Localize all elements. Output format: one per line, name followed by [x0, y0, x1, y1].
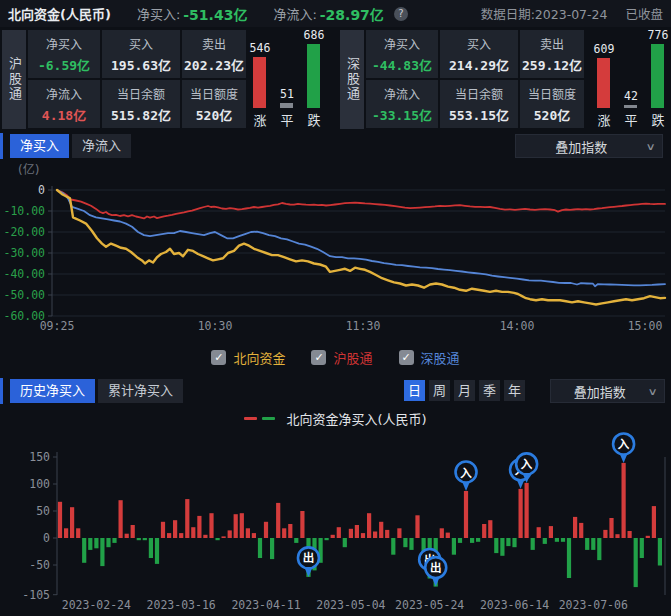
daily-bar[interactable] — [282, 528, 286, 538]
daily-bar[interactable] — [125, 534, 129, 538]
daily-bar[interactable] — [488, 520, 492, 538]
daily-bar[interactable] — [652, 506, 656, 538]
daily-bar[interactable] — [500, 538, 504, 556]
daily-bar[interactable] — [94, 538, 98, 548]
buy-pin-marker[interactable]: 入 — [456, 462, 477, 492]
daily-bar[interactable] — [137, 538, 141, 540]
daily-bar[interactable] — [458, 538, 462, 543]
daily-bar[interactable] — [519, 489, 523, 538]
daily-bar[interactable] — [343, 538, 347, 547]
period-month-button[interactable]: 月 — [454, 380, 475, 401]
period-quarter-button[interactable]: 季 — [479, 380, 500, 401]
daily-bar[interactable] — [403, 538, 407, 547]
daily-bar[interactable] — [325, 538, 329, 540]
daily-bar[interactable] — [506, 538, 510, 546]
daily-bar[interactable] — [476, 538, 480, 542]
sz-connect-tab[interactable]: 深股通 — [340, 30, 364, 129]
daily-bar[interactable] — [264, 522, 268, 538]
daily-bar[interactable] — [537, 527, 541, 538]
legend-sh-connect[interactable]: ✓ 沪股通 — [311, 348, 372, 367]
daily-bar[interactable] — [549, 526, 553, 538]
daily-bar[interactable] — [167, 533, 171, 538]
daily-bar[interactable] — [622, 463, 626, 538]
daily-bar[interactable] — [470, 538, 474, 543]
daily-bar[interactable] — [216, 538, 220, 540]
daily-bar[interactable] — [246, 528, 250, 538]
sell-pin-marker[interactable]: 出 — [298, 547, 319, 577]
daily-bar[interactable] — [615, 534, 619, 538]
daily-bar[interactable] — [440, 528, 444, 538]
daily-bar[interactable] — [222, 536, 226, 538]
checkbox-checked-icon[interactable]: ✓ — [211, 350, 226, 365]
tab-net-buy[interactable]: 净买入 — [10, 134, 69, 158]
period-year-button[interactable]: 年 — [504, 380, 525, 401]
daily-bar[interactable] — [106, 538, 110, 547]
daily-bar[interactable] — [173, 520, 177, 538]
series-深股通[interactable] — [57, 190, 665, 286]
daily-bar[interactable] — [658, 538, 662, 566]
daily-bar[interactable] — [452, 538, 456, 555]
daily-bar[interactable] — [409, 538, 413, 550]
daily-bar[interactable] — [203, 535, 207, 538]
daily-bar[interactable] — [640, 538, 644, 558]
period-week-button[interactable]: 周 — [429, 380, 450, 401]
period-day-button[interactable]: 日 — [404, 380, 425, 401]
legend-sz-connect[interactable]: ✓ 深股通 — [399, 348, 460, 367]
daily-bar[interactable] — [143, 538, 147, 540]
daily-bar[interactable] — [64, 528, 68, 538]
daily-bar[interactable] — [288, 524, 292, 538]
tab-net-inflow[interactable]: 净流入 — [72, 134, 131, 158]
daily-bar[interactable] — [482, 524, 486, 538]
daily-bar[interactable] — [512, 538, 516, 547]
daily-bar[interactable] — [197, 516, 201, 538]
daily-bar[interactable] — [258, 538, 262, 558]
sh-connect-tab[interactable]: 沪股通 — [2, 30, 26, 129]
series-沪股通[interactable] — [57, 190, 665, 218]
daily-bar[interactable] — [276, 503, 280, 538]
daily-bar[interactable] — [234, 514, 238, 538]
daily-bar[interactable] — [349, 529, 353, 538]
daily-bar[interactable] — [646, 536, 650, 538]
daily-bar[interactable] — [573, 517, 577, 538]
daily-bar[interactable] — [179, 533, 183, 538]
daily-bar[interactable] — [331, 535, 335, 538]
daily-bar[interactable] — [300, 511, 304, 538]
daily-bar[interactable] — [240, 513, 244, 538]
daily-bar[interactable] — [131, 525, 135, 538]
daily-bar[interactable] — [161, 522, 165, 538]
checkbox-checked-icon[interactable]: ✓ — [399, 350, 414, 365]
intraday-line-chart[interactable]: 0-10.00-20.00-30.00-40.00-50.00-60.0009:… — [0, 178, 671, 340]
overlay-index-dropdown[interactable]: 叠加指数 ∨ — [515, 134, 663, 158]
daily-bar[interactable] — [337, 527, 341, 538]
daily-bar[interactable] — [88, 538, 92, 550]
daily-bar[interactable] — [252, 533, 256, 538]
daily-bar[interactable] — [591, 538, 595, 550]
daily-bar[interactable] — [397, 528, 401, 538]
daily-bar[interactable] — [76, 528, 80, 538]
daily-bar[interactable] — [531, 538, 535, 550]
daily-bar[interactable] — [70, 507, 74, 538]
checkbox-checked-icon[interactable]: ✓ — [311, 350, 326, 365]
buy-pin-marker[interactable]: 入 — [613, 433, 634, 463]
daily-bar[interactable] — [579, 523, 583, 538]
daily-bar[interactable] — [355, 525, 359, 538]
daily-bar[interactable] — [603, 530, 607, 538]
daily-bar[interactable] — [209, 513, 213, 538]
tab-history-net-buy[interactable]: 历史净买入 — [10, 379, 95, 403]
daily-bar[interactable] — [561, 538, 565, 542]
daily-bar[interactable] — [415, 515, 419, 538]
daily-bar[interactable] — [597, 538, 601, 560]
daily-bar[interactable] — [628, 531, 632, 538]
daily-bar[interactable] — [543, 538, 547, 544]
daily-bar[interactable] — [100, 538, 104, 566]
daily-bar[interactable] — [494, 538, 498, 553]
daily-bar[interactable] — [464, 491, 468, 538]
daily-bar[interactable] — [361, 533, 365, 538]
legend-north-capital[interactable]: ✓ 北向资金 — [211, 348, 285, 367]
daily-bar[interactable] — [379, 522, 383, 538]
daily-bar[interactable] — [191, 527, 195, 538]
sell-pin-marker[interactable]: 出 — [425, 557, 446, 587]
daily-bar[interactable] — [525, 483, 529, 538]
help-icon[interactable]: ? — [394, 7, 408, 21]
daily-bar[interactable] — [294, 538, 298, 543]
